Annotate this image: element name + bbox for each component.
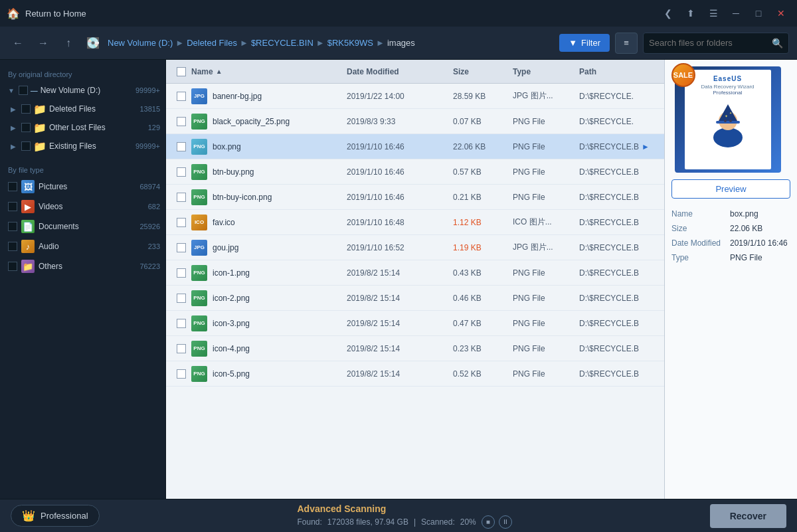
row-checkbox-12[interactable]	[177, 369, 186, 379]
row-checkbox-5[interactable]	[177, 193, 186, 202]
row-checkbox-7[interactable]	[177, 243, 186, 252]
row-checkbox-1[interactable]	[177, 92, 186, 101]
forward-button[interactable]: →	[33, 33, 53, 53]
minimize-button[interactable]: ─	[727, 4, 745, 23]
checkbox-existing[interactable]	[21, 141, 31, 151]
sidebar-item-other-lost[interactable]: ▶ 📁 Other Lost Files 129	[0, 118, 165, 137]
header-name[interactable]: Name ▲	[191, 67, 347, 76]
date-cell-11: 2019/8/2 15:14	[347, 344, 453, 353]
table-row[interactable]: PNG black_opacity_25.png 2019/8/3 9:33 0…	[166, 109, 664, 134]
checkbox-documents[interactable]	[8, 222, 17, 231]
table-row[interactable]: PNG btn-buy-icon.png 2019/1/10 16:46 0.2…	[166, 185, 664, 210]
row-checkbox-8[interactable]	[177, 268, 186, 278]
header-type[interactable]: Type	[513, 67, 579, 76]
row-checkbox-2[interactable]	[177, 117, 186, 126]
stop-scan-button[interactable]: ■	[482, 515, 495, 529]
filetype-section-label: By file type	[0, 161, 165, 177]
row-checkbox-10[interactable]	[177, 319, 186, 328]
sidebar-item-videos[interactable]: ▶ Videos 682	[0, 197, 165, 217]
row-checkbox-9[interactable]	[177, 294, 186, 303]
table-row[interactable]: PNG btn-buy.png 2019/1/10 16:46 0.57 KB …	[166, 159, 664, 185]
table-row[interactable]: ICO fav.ico 2019/1/10 16:48 1.12 KB ICO …	[166, 210, 664, 235]
filter-button[interactable]: ▼ Filter	[559, 34, 610, 52]
menu-button[interactable]: ☰	[704, 4, 723, 23]
table-row[interactable]: JPG gou.jpg 2019/1/10 16:52 1.19 KB JPG …	[166, 235, 664, 260]
date-cell-2: 2019/8/3 9:33	[347, 117, 453, 126]
pause-scan-button[interactable]: ⏸	[499, 515, 512, 529]
breadcrumb-rk5k9ws[interactable]: $RK5K9WS	[327, 38, 373, 48]
audio-icon: ♪	[21, 240, 35, 253]
checkbox-volume[interactable]	[19, 86, 28, 95]
breadcrumb-deleted[interactable]: Deleted Files	[187, 38, 237, 48]
type-cell-11: PNG File	[513, 344, 579, 353]
path-cell-10: D:\$RECYCLE.B	[579, 319, 639, 328]
breadcrumb-recycle[interactable]: $RECYCLE.BIN	[251, 38, 313, 48]
header-path[interactable]: Path	[579, 67, 659, 76]
size-cell-8: 0.43 KB	[453, 268, 513, 278]
file-thumb-6: ICO	[191, 215, 207, 230]
sidebar-item-existing[interactable]: ▶ 📁 Existing Files 99999+	[0, 137, 165, 155]
search-input[interactable]	[649, 38, 772, 48]
header-date[interactable]: Date Modified	[347, 67, 453, 76]
titlebar: 🏠 Return to Home ❮ ⬆ ☰ ─ □ ✕	[0, 0, 797, 27]
size-cell-4: 0.57 KB	[453, 167, 513, 177]
close-button[interactable]: ✕	[772, 4, 790, 23]
svg-point-7	[729, 120, 732, 122]
scanning-info: Advanced Scanning Found: 172038 files, 9…	[297, 503, 511, 529]
sidebar-item-audio[interactable]: ♪ Audio 233	[0, 236, 165, 256]
sidebar-item-pictures[interactable]: 🖼 Pictures 68974	[0, 177, 165, 197]
size-cell-7: 1.19 KB	[453, 243, 513, 252]
breadcrumb-volume[interactable]: New Volume (D:)	[108, 38, 173, 48]
checkbox-others[interactable]	[8, 262, 17, 271]
path-row-7: D:\$RECYCLE.B	[579, 243, 659, 252]
share-button[interactable]: ❮	[659, 4, 677, 23]
checkbox-audio[interactable]	[8, 242, 17, 251]
professional-badge[interactable]: 👑 Professional	[11, 505, 100, 527]
row-checkbox-11[interactable]	[177, 344, 186, 353]
row-checkbox-6[interactable]	[177, 218, 186, 227]
table-row[interactable]: PNG icon-4.png 2019/8/2 15:14 0.23 KB PN…	[166, 336, 664, 361]
expand-arrow-right[interactable]: ►	[642, 142, 650, 151]
file-name-cell-8: PNG icon-1.png	[191, 265, 347, 281]
sidebar-count-other-lost: 129	[148, 124, 160, 132]
up-button[interactable]: ↑	[58, 33, 78, 53]
preview-button[interactable]: Preview	[671, 179, 790, 199]
folder-deleted-icon: 📁	[33, 103, 46, 116]
row-checkbox-3[interactable]	[177, 142, 186, 151]
sidebar-item-volume[interactable]: ▼ ─ New Volume (D:) 99999+	[0, 81, 165, 100]
maximize-button[interactable]: □	[749, 4, 768, 23]
sale-badge: SALE	[671, 63, 695, 87]
directory-section-label: By original directory	[0, 65, 165, 81]
checkbox-pictures[interactable]	[8, 182, 17, 191]
table-row[interactable]: JPG banenr-bg.jpg 2019/1/22 14:00 28.59 …	[166, 84, 664, 109]
sidebar-item-documents[interactable]: 📄 Documents 25926	[0, 217, 165, 236]
table-header: Name ▲ Date Modified Size Type Path	[166, 60, 664, 84]
path-cell-5: D:\$RECYCLE.B	[579, 193, 639, 202]
recover-button[interactable]: Recover	[710, 504, 786, 528]
file-name-text-8: icon-1.png	[213, 268, 250, 278]
checkbox-deleted[interactable]	[21, 104, 31, 114]
path-row-12: D:\$RECYCLE.B	[579, 369, 659, 379]
back-button[interactable]: ←	[8, 33, 28, 53]
row-checkbox-4[interactable]	[177, 167, 186, 177]
table-row[interactable]: PNG icon-3.png 2019/8/2 15:14 0.47 KB PN…	[166, 311, 664, 336]
size-cell-5: 0.21 KB	[453, 193, 513, 202]
date-cell-4: 2019/1/10 16:46	[347, 167, 453, 177]
size-cell-11: 0.23 KB	[453, 344, 513, 353]
table-row[interactable]: PNG icon-5.png 2019/8/2 15:14 0.52 KB PN…	[166, 361, 664, 387]
table-row[interactable]: PNG icon-2.png 2019/8/2 15:14 0.46 KB PN…	[166, 286, 664, 311]
sidebar-item-others[interactable]: 📁 Others 76223	[0, 256, 165, 276]
header-size[interactable]: Size	[453, 67, 513, 76]
type-cell-4: PNG File	[513, 167, 579, 177]
right-panel: SALE EaseUS Data Recovery Wizard Profess…	[664, 60, 797, 499]
wizard-figure-svg: ✦ ✦	[708, 101, 748, 147]
table-row[interactable]: PNG icon-1.png 2019/8/2 15:14 0.43 KB PN…	[166, 260, 664, 286]
checkbox-other-lost[interactable]	[21, 123, 31, 132]
checkbox-videos[interactable]	[8, 202, 17, 211]
table-row[interactable]: PNG box.png 2019/1/10 16:46 22.06 KB PNG…	[166, 134, 664, 159]
select-all-checkbox[interactable]	[177, 67, 186, 76]
sidebar-item-deleted[interactable]: ▶ 📁 Deleted Files 13815	[0, 100, 165, 118]
view-menu-button[interactable]: ≡	[615, 33, 638, 54]
upload-button[interactable]: ⬆	[681, 4, 700, 23]
path-row-1: D:\$RECYCLE.	[579, 92, 659, 101]
